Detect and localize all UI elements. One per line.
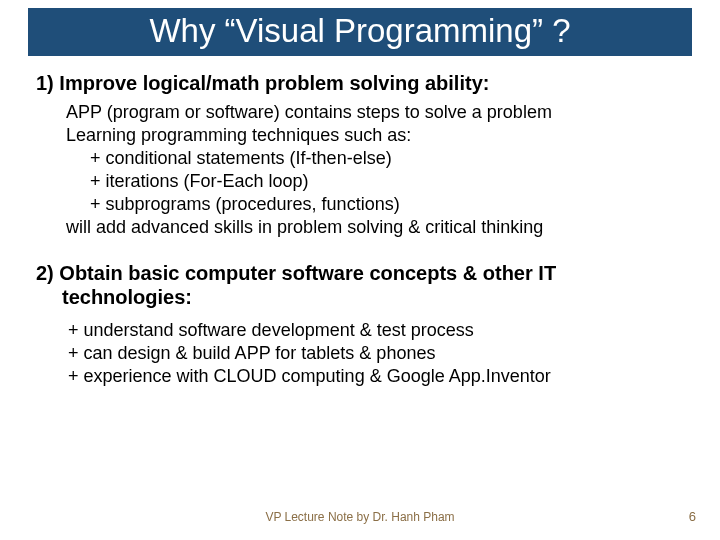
section2-heading-line1: 2) Obtain basic computer software concep… <box>36 262 556 284</box>
section2-heading: 2) Obtain basic computer software concep… <box>36 261 684 309</box>
slide-title: Why “Visual Programming” ? <box>28 8 692 56</box>
section2-heading-line2: technologies: <box>36 285 684 309</box>
section1-bullet: + conditional statements (If-then-else) <box>90 147 684 170</box>
section1-line1: APP (program or software) contains steps… <box>66 101 684 124</box>
slide-body: 1) Improve logical/math problem solving … <box>0 56 720 388</box>
section2-bullet: + understand software development & test… <box>68 319 684 342</box>
page-number: 6 <box>689 509 696 524</box>
section2-bullet: + experience with CLOUD computing & Goog… <box>68 365 684 388</box>
section1-line3: will add advanced skills in problem solv… <box>66 216 684 239</box>
footer-note: VP Lecture Note by Dr. Hanh Pham <box>0 510 720 524</box>
section1-heading: 1) Improve logical/math problem solving … <box>36 72 684 95</box>
section1-body: APP (program or software) contains steps… <box>36 101 684 239</box>
section1-bullet: + subprograms (procedures, functions) <box>90 193 684 216</box>
section2-bullet: + can design & build APP for tablets & p… <box>68 342 684 365</box>
section2-body: + understand software development & test… <box>36 319 684 388</box>
section1-line2: Learning programming techniques such as: <box>66 124 684 147</box>
section1-bullet: + iterations (For-Each loop) <box>90 170 684 193</box>
